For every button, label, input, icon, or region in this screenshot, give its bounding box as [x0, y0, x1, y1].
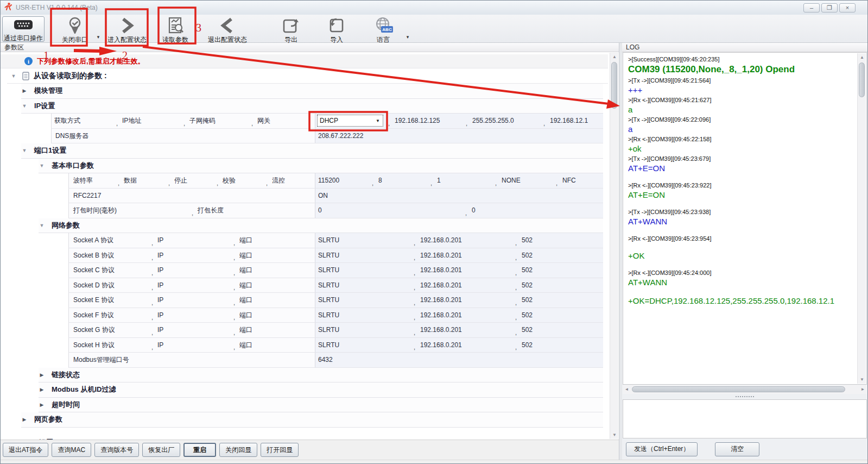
tree-section-row[interactable]: ▼网络参数: [39, 218, 603, 234]
exit-config-button[interactable]: 退出配置状态: [204, 16, 251, 45]
tree-root-row[interactable]: ▼从设备读取到的参数 :: [7, 68, 608, 84]
tree-section-row[interactable]: ▼端口1设置: [21, 143, 603, 159]
enter-config-button[interactable]: 进入配置状态: [104, 16, 150, 45]
status-strip: [1, 460, 867, 464]
param-values: SLRTU,192.168.0.201,502: [315, 263, 603, 278]
log-panel: LOG >[Success][COM39][09:45:20:235]COM39…: [622, 43, 867, 460]
expander-icon[interactable]: ▶: [39, 402, 45, 407]
serial-operate-tab[interactable]: 通过串口操作: [2, 16, 45, 42]
scroll-thumb[interactable]: [859, 62, 865, 97]
language-button[interactable]: ABC 语言: [367, 16, 400, 45]
expander-icon[interactable]: ▶: [39, 372, 45, 378]
close-serial-label: 关闭串口: [62, 35, 88, 45]
expander-icon[interactable]: ▶: [21, 88, 28, 93]
param-label: IP地址: [122, 114, 141, 128]
scroll-left-arrow[interactable]: ◄: [623, 385, 631, 394]
comma-separator: ,: [233, 299, 235, 306]
close-button[interactable]: ×: [839, 3, 856, 12]
param-row[interactable]: Socket B 协议,IP,端口SLRTU,192.168.0.201,502: [68, 248, 603, 264]
dropdown-caret[interactable]: ▾: [94, 34, 102, 40]
param-values: 0,0: [315, 203, 603, 218]
command-input[interactable]: [623, 399, 867, 438]
param-value: 192.168.0.201: [420, 323, 462, 337]
tree-section-row[interactable]: ▶超时时间: [39, 398, 603, 413]
import-button[interactable]: 导入: [320, 16, 353, 45]
tree-section-row[interactable]: ▼IP设置: [21, 99, 603, 114]
tree-section-row[interactable]: ▶链接状态: [39, 368, 603, 383]
param-vertical-scrollbar[interactable]: ▲ ▼: [610, 53, 618, 439]
tree-partial-row[interactable]: 设置……: [21, 428, 608, 440]
param-value: 192.168.0.201: [420, 308, 462, 323]
log-horizontal-scrollbar[interactable]: ◄ ►: [623, 385, 867, 394]
log-input-splitter[interactable]: [622, 394, 867, 399]
read-params-button[interactable]: 读取参数: [159, 16, 192, 45]
tree-section-row[interactable]: ▶模块管理: [21, 84, 603, 99]
param-values: SLRTU,192.168.0.201,502: [315, 233, 603, 248]
param-row[interactable]: Socket E 协议,IP,端口SLRTU,192.168.0.201,502: [68, 293, 603, 308]
language-label: 语言: [377, 35, 390, 45]
comma-separator: ,: [233, 314, 235, 321]
param-row[interactable]: Socket H 协议,IP,端口SLRTU,192.168.0.201,502: [68, 338, 603, 353]
comma-separator: ,: [515, 329, 517, 336]
scroll-thumb[interactable]: [632, 386, 845, 392]
comma-separator: ,: [495, 180, 497, 186]
log-line: >[Success][COM39][09:45:20:235]: [628, 56, 854, 62]
param-label: 校验: [223, 173, 236, 188]
expander-icon[interactable]: ▼: [39, 223, 45, 228]
dhcp-combobox[interactable]: DHCP▼: [317, 115, 383, 127]
scroll-down-arrow[interactable]: ▼: [858, 375, 866, 384]
expander-icon[interactable]: ▼: [21, 148, 28, 153]
action-button-查询版本号[interactable]: 查询版本号: [94, 443, 139, 457]
param-values: SLRTU,192.168.0.201,502: [315, 338, 603, 353]
expander-icon[interactable]: ▼: [10, 73, 17, 79]
action-button-关闭回显[interactable]: 关闭回显: [219, 443, 257, 457]
param-row[interactable]: Socket F 协议,IP,端口SLRTU,192.168.0.201,502: [68, 308, 603, 323]
log-output[interactable]: >[Success][COM39][09:45:20:235]COM39 (11…: [623, 52, 867, 385]
param-row[interactable]: DNS服务器208.67.222.222: [51, 129, 603, 144]
action-button-恢复出厂[interactable]: 恢复出厂: [142, 443, 180, 457]
restore-button[interactable]: ❐: [821, 3, 838, 12]
param-row[interactable]: RFC2217ON: [68, 189, 603, 204]
param-value: SLRTU: [318, 278, 339, 293]
action-button-查询MAC[interactable]: 查询MAC: [52, 443, 91, 457]
param-row[interactable]: Socket C 协议,IP,端口SLRTU,192.168.0.201,502: [68, 263, 603, 278]
expander-icon[interactable]: ▼: [39, 163, 45, 168]
action-button-退出AT指令[interactable]: 退出AT指令: [3, 443, 48, 457]
close-serial-button[interactable]: 关闭串口: [55, 16, 94, 45]
scroll-right-arrow[interactable]: ►: [859, 385, 867, 394]
minimize-button[interactable]: –: [803, 3, 820, 12]
expander-icon[interactable]: ▼: [21, 103, 28, 109]
tree-section-row[interactable]: ▶Modbus 从机ID过滤: [39, 383, 603, 398]
export-button[interactable]: 导出: [275, 16, 307, 45]
send-button[interactable]: 发送（Ctrl+Enter）: [626, 442, 698, 456]
param-row[interactable]: 打包时间(毫秒),打包长度0,0: [68, 203, 603, 218]
action-button-打开回显[interactable]: 打开回显: [261, 443, 299, 457]
comma-separator: ,: [515, 284, 517, 291]
param-row[interactable]: Socket D 协议,IP,端口SLRTU,192.168.0.201,502: [68, 278, 603, 293]
action-button-重启[interactable]: 重启: [183, 443, 216, 457]
param-row[interactable]: Socket A 协议,IP,端口SLRTU,192.168.0.201,502: [68, 233, 603, 248]
param-row[interactable]: Socket G 协议,IP,端口SLRTU,192.168.0.201,502: [68, 323, 603, 338]
tree-section-row[interactable]: ▶网页参数: [21, 412, 603, 428]
tree-section-row[interactable]: ▼基本串口参数: [39, 159, 603, 174]
expander-icon[interactable]: ▶: [39, 387, 45, 392]
param-label: IP: [157, 323, 163, 337]
param-row[interactable]: Modbus管理端口号6432: [68, 353, 603, 368]
param-values: SLRTU,192.168.0.201,502: [315, 308, 603, 323]
scroll-thumb[interactable]: [611, 62, 617, 109]
tree-section-label: 网络参数: [52, 221, 80, 230]
param-tree[interactable]: i下列参数修改后,需重启才能生效。▼从设备读取到的参数 :▶模块管理▼IP设置获…: [1, 52, 619, 440]
param-label: 端口: [239, 278, 252, 293]
scroll-down-arrow[interactable]: ▼: [610, 431, 619, 439]
param-row[interactable]: 获取方式,IP地址,子网掩码,网关DHCP▼,192.168.12.125,25…: [51, 114, 603, 129]
scroll-up-arrow[interactable]: ▲: [610, 53, 619, 61]
param-values: SLRTU,192.168.0.201,502: [315, 323, 603, 337]
param-row[interactable]: 波特率,数据,停止,校验,流控115200,8,1,NONE,NFC: [68, 173, 603, 189]
scroll-up-arrow[interactable]: ▲: [858, 53, 866, 61]
param-label: Socket H 协议: [73, 338, 115, 353]
log-vertical-scrollbar[interactable]: ▲ ▼: [857, 53, 866, 384]
param-value: NFC: [562, 173, 576, 188]
dropdown-caret[interactable]: ▾: [404, 34, 411, 40]
clear-button[interactable]: 清空: [715, 442, 759, 456]
expander-icon[interactable]: ▶: [21, 417, 28, 422]
